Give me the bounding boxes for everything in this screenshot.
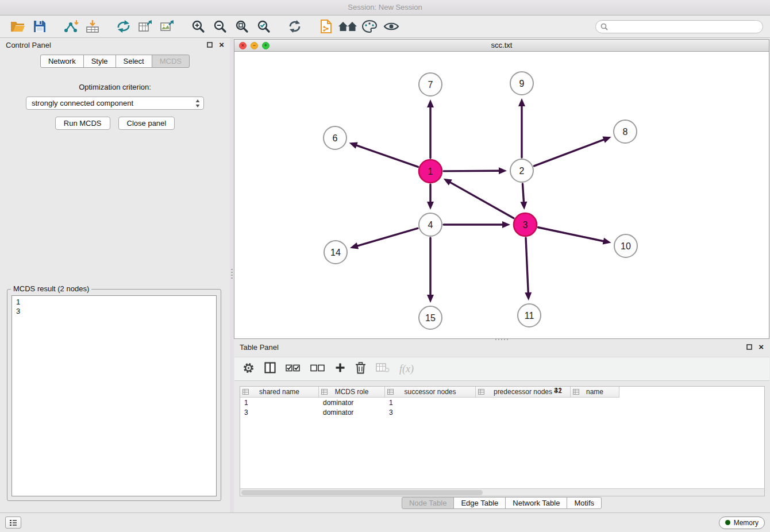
application-window: Session: New Session: [0, 0, 770, 532]
show-panel-button[interactable]: [5, 516, 21, 529]
table-cell[interactable]: 1: [385, 399, 434, 407]
graph-node-9[interactable]: 9: [510, 72, 533, 95]
zoom-in-button[interactable]: [187, 17, 209, 36]
svg-text:4: 4: [428, 220, 433, 230]
network-canvas[interactable]: 1234678910111415: [234, 52, 769, 338]
search-field[interactable]: [595, 20, 763, 33]
column-header-MCDS-role[interactable]: MCDS role: [319, 387, 385, 398]
table-row[interactable]: 3dominator323: [240, 407, 764, 417]
import-table-button[interactable]: [82, 17, 103, 36]
tab-edge-table[interactable]: Edge Table: [453, 497, 506, 509]
memory-button[interactable]: Memory: [719, 516, 765, 529]
graph-edge-4-14[interactable]: [357, 228, 418, 245]
svg-text:15: 15: [425, 313, 436, 323]
graph-edge-2-8[interactable]: [534, 140, 604, 166]
document-share-button[interactable]: [315, 17, 337, 36]
export-image-button[interactable]: [156, 17, 178, 36]
table-cell[interactable]: 2: [474, 387, 569, 496]
close-window-button[interactable]: ×: [239, 42, 247, 49]
mcds-panel-body: Optimization criterion: strongly connect…: [0, 83, 230, 130]
zoom-selected-button[interactable]: [253, 17, 275, 36]
search-input[interactable]: [611, 22, 758, 30]
table-cell[interactable]: 3: [240, 408, 319, 417]
zoom-selected-icon: [257, 20, 271, 33]
network-tools-button[interactable]: [113, 17, 134, 36]
graph-node-8[interactable]: 8: [614, 120, 637, 143]
tab-style[interactable]: Style: [83, 55, 116, 68]
network-window-titlebar[interactable]: × − + scc.txt: [234, 40, 769, 52]
column-header-shared-name[interactable]: shared name: [240, 387, 319, 398]
tab-network-table[interactable]: Network Table: [505, 497, 567, 509]
refresh-layout-button[interactable]: [284, 17, 306, 36]
minimize-window-button[interactable]: −: [251, 42, 258, 49]
export-table-button[interactable]: [134, 17, 156, 36]
float-table-panel-button[interactable]: [746, 344, 753, 350]
graph-edge-3-1[interactable]: [451, 183, 514, 218]
tab-mcds[interactable]: MCDS: [152, 55, 190, 68]
home-views-button[interactable]: [337, 17, 359, 36]
graph-edge-1-2[interactable]: [444, 171, 499, 171]
show-hide-button[interactable]: [380, 17, 402, 36]
svg-text:6: 6: [333, 133, 338, 143]
deselect-all-button[interactable]: [310, 364, 325, 375]
graph-node-11[interactable]: 11: [518, 304, 541, 327]
graph-node-6[interactable]: 6: [324, 126, 346, 149]
open-session-button[interactable]: [7, 17, 29, 36]
zoom-out-button[interactable]: [209, 17, 231, 36]
graph-edge-1-6[interactable]: [357, 145, 418, 167]
run-mcds-button[interactable]: Run MCDS: [55, 117, 110, 130]
graph-node-1[interactable]: 1: [419, 160, 442, 183]
graph-node-2[interactable]: 2: [510, 159, 533, 182]
graph-svg[interactable]: 1234678910111415: [234, 52, 769, 338]
vertical-splitter[interactable]: [230, 38, 234, 512]
table-cell[interactable]: dominator: [319, 408, 385, 417]
show-columns-button[interactable]: [264, 362, 276, 376]
control-panel-header: Control Panel ×: [0, 38, 230, 52]
tab-motifs[interactable]: Motifs: [567, 497, 602, 509]
float-panel-button[interactable]: [206, 41, 213, 48]
table-panel-header: Table Panel ×: [234, 340, 769, 354]
close-table-panel-button[interactable]: ×: [759, 344, 764, 350]
import-network-icon: [63, 20, 79, 33]
tab-node-table[interactable]: Node Table: [402, 497, 455, 509]
select-all-button[interactable]: [286, 364, 301, 375]
scrollbar-handle[interactable]: [241, 490, 483, 495]
select-arrows-icon: [195, 98, 201, 110]
edge-arrowhead: [518, 98, 525, 106]
close-panel-button[interactable]: ×: [219, 41, 224, 48]
graph-node-14[interactable]: 14: [324, 241, 347, 264]
add-row-button[interactable]: [335, 363, 345, 375]
graph-node-10[interactable]: 10: [614, 234, 637, 257]
column-header-successor-nodes[interactable]: successor nodes: [385, 387, 476, 398]
close-panel-button-2[interactable]: Close panel: [118, 117, 175, 130]
zoom-fit-button[interactable]: [231, 17, 253, 36]
criterion-select[interactable]: strongly connected component: [26, 97, 204, 110]
table-cell[interactable]: 1: [240, 399, 319, 407]
mcds-result-list[interactable]: 1 3: [11, 295, 217, 496]
table-cell[interactable]: dominator: [319, 399, 385, 407]
graph-node-4[interactable]: 4: [419, 213, 442, 236]
select-all-icon: [286, 364, 301, 372]
graph-edge-3-11[interactable]: [526, 238, 528, 292]
import-network-button[interactable]: [60, 17, 82, 36]
tab-network[interactable]: Network: [40, 55, 84, 68]
column-header-name[interactable]: name: [571, 387, 619, 398]
table-h-scrollbar[interactable]: [240, 488, 764, 496]
svg-text:8: 8: [623, 127, 628, 137]
export-image-icon: [160, 20, 175, 33]
svg-text:9: 9: [519, 79, 525, 88]
graph-edge-3-10[interactable]: [538, 228, 603, 241]
table-cell[interactable]: 3: [385, 408, 434, 417]
edge-arrowhead: [350, 242, 359, 249]
graph-node-7[interactable]: 7: [419, 73, 442, 96]
delete-row-button[interactable]: [355, 362, 366, 376]
save-session-button[interactable]: [29, 17, 51, 36]
graph-edge-2-3[interactable]: [522, 184, 523, 202]
table-settings-button[interactable]: [242, 362, 255, 376]
zoom-window-button[interactable]: +: [262, 42, 270, 49]
graph-node-15[interactable]: 15: [419, 306, 442, 329]
edge-arrowhead: [499, 167, 507, 174]
tab-select[interactable]: Select: [116, 55, 152, 68]
style-button[interactable]: [359, 17, 380, 36]
graph-node-3[interactable]: 3: [514, 213, 537, 236]
